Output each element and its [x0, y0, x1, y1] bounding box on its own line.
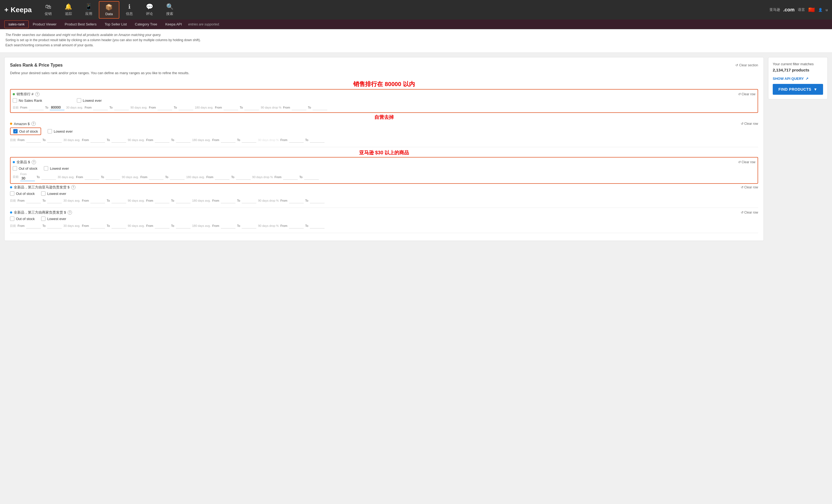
to-30-input-3[interactable]: [111, 198, 126, 203]
from-input-2[interactable]: [20, 176, 35, 181]
from-180-input-1[interactable]: [221, 137, 235, 143]
from-30-input-2[interactable]: [85, 174, 99, 180]
current-label-2: 目前: [13, 175, 19, 179]
period-90-label-1: 90 days avg.: [128, 138, 145, 141]
subnav-product-viewer[interactable]: Product Viewer: [29, 20, 61, 28]
subnav-keepa-api[interactable]: Keepa API: [161, 20, 186, 28]
sales-rank-help-icon[interactable]: ?: [35, 92, 40, 96]
sales-rank-clear-row-button[interactable]: ↺ Clear row: [738, 92, 755, 96]
nav-item-review[interactable]: 💬 评论: [139, 1, 160, 19]
subnav-product-finder[interactable]: sales-rank: [4, 20, 29, 28]
to-drop-input-0[interactable]: [313, 105, 327, 110]
to-90-input-2[interactable]: [170, 174, 185, 180]
from-90-input-4[interactable]: [155, 223, 170, 229]
user-icon[interactable]: 👤: [818, 8, 823, 12]
to-input-4[interactable]: [47, 223, 62, 229]
new-fba-help-icon[interactable]: ?: [71, 185, 76, 189]
to-input-2[interactable]: [42, 174, 56, 180]
nav-item-track[interactable]: 🔔 追踪: [58, 1, 78, 19]
out-of-stock-checkbox-4[interactable]: [10, 216, 14, 221]
lowest-ever-checkbox-0[interactable]: [77, 98, 81, 103]
to-180-input-4[interactable]: [242, 223, 256, 229]
nav-item-apps[interactable]: 📱 应用: [78, 1, 99, 19]
to-90-input-0[interactable]: [179, 105, 193, 110]
to-30-input-1[interactable]: [111, 137, 126, 143]
to-input-3[interactable]: [47, 198, 62, 203]
from-drop-input-0[interactable]: [292, 105, 306, 110]
nav-item-info[interactable]: ℹ 信息: [119, 1, 139, 19]
from-180-input-0[interactable]: [224, 105, 238, 110]
out-of-stock-checkbox-3[interactable]: [10, 191, 14, 196]
lowest-ever-checkbox-3[interactable]: [41, 191, 46, 196]
to-180-input-3[interactable]: [242, 198, 256, 203]
promo-icon: 🛍: [45, 3, 51, 10]
out-of-stock-checkbox-2[interactable]: [13, 166, 17, 170]
to-90-input-4[interactable]: [176, 223, 190, 229]
to-180-input-1[interactable]: [242, 137, 256, 143]
from-30-input-3[interactable]: [90, 198, 105, 203]
no-sales-rank-checkbox[interactable]: [13, 98, 17, 103]
lowest-ever-checkbox-1[interactable]: [48, 129, 52, 133]
from-drop-input-2[interactable]: [283, 174, 298, 180]
to-drop-input-1[interactable]: [310, 137, 324, 143]
section-header: Sales Rank & Price Types ↺ Clear section: [10, 63, 758, 68]
from-input-3[interactable]: [26, 198, 41, 203]
clear-section-button[interactable]: ↺ Clear section: [735, 63, 758, 67]
find-products-button[interactable]: FIND PRODUCTS ▼: [773, 84, 823, 95]
new-price-clear-row-button[interactable]: ↺ Clear row: [738, 160, 755, 164]
subnav-category-tree[interactable]: Category Tree: [131, 20, 161, 28]
from-drop-input-4[interactable]: [289, 223, 304, 229]
from-drop-input-3[interactable]: [289, 198, 304, 203]
to-30-input-4[interactable]: [111, 223, 126, 229]
from-30-input-0[interactable]: [93, 105, 108, 110]
subnav-top-seller-list[interactable]: Top Seller List: [101, 20, 131, 28]
to-drop-input-3[interactable]: [310, 198, 324, 203]
annotation-sales-rank: 销售排行在 80000 以内: [10, 80, 758, 88]
show-api-query-button[interactable]: SHOW API QUERY ↗: [773, 77, 823, 81]
out-of-stock-checkbox-1[interactable]: ✓: [13, 129, 18, 133]
new-fba-row-header: 全新品，第三方由亚马逊负责发货 $ ? ↺ Clear row: [10, 185, 758, 190]
nav-item-search[interactable]: 🔍 搜索: [160, 1, 180, 19]
lowest-ever-checkbox-4[interactable]: [41, 216, 46, 221]
to-90-input-3[interactable]: [176, 198, 190, 203]
to-input-1[interactable]: [47, 137, 62, 143]
subnav-best-sellers[interactable]: Product Best Sellers: [61, 20, 101, 28]
to-label-0: To: [45, 106, 48, 109]
new-fbm-clear-row-button[interactable]: ↺ Clear row: [741, 211, 758, 214]
filter-count: 2,134,717 products: [773, 68, 823, 72]
plus-icon: +: [4, 6, 8, 14]
new-price-help-icon[interactable]: ?: [32, 160, 36, 164]
from-input-0[interactable]: [29, 105, 44, 110]
section-description: Define your desired sales rank and/or pr…: [10, 71, 758, 75]
refresh-row-icon-4: ↺: [741, 211, 744, 214]
from-180-input-4[interactable]: [221, 223, 235, 229]
new-fba-clear-row-button[interactable]: ↺ Clear row: [741, 185, 758, 189]
to-30-input-0[interactable]: [114, 105, 129, 110]
from-30-input-1[interactable]: [90, 137, 105, 143]
from-180-input-2[interactable]: [215, 174, 230, 180]
to-input-0[interactable]: [50, 105, 64, 110]
from-drop-input-1[interactable]: [289, 137, 304, 143]
new-fbm-help-icon[interactable]: ?: [68, 210, 72, 215]
apps-icon: 📱: [85, 3, 92, 10]
from-90-input-2[interactable]: [149, 174, 163, 180]
nav-item-data[interactable]: 📦 Data: [99, 1, 119, 19]
amazon-help-icon[interactable]: ?: [31, 122, 36, 126]
to-90-input-1[interactable]: [176, 137, 190, 143]
from-90-input-1[interactable]: [155, 137, 170, 143]
from-90-input-3[interactable]: [155, 198, 170, 203]
from-30-input-4[interactable]: [90, 223, 105, 229]
from-180-input-3[interactable]: [221, 198, 235, 203]
from-90-input-0[interactable]: [158, 105, 172, 110]
from-input-1[interactable]: [26, 137, 41, 143]
from-input-4[interactable]: [26, 223, 41, 229]
nav-item-promo[interactable]: 🛍 促销: [38, 1, 58, 19]
to-180-input-0[interactable]: [244, 105, 259, 110]
amazon-clear-row-button[interactable]: ↺ Clear row: [741, 122, 758, 126]
search-nav-icon: 🔍: [166, 3, 174, 10]
to-drop-input-2[interactable]: [304, 174, 319, 180]
to-180-input-2[interactable]: [236, 174, 251, 180]
to-drop-input-4[interactable]: [310, 223, 324, 229]
to-30-input-2[interactable]: [106, 174, 120, 180]
lowest-ever-checkbox-2[interactable]: [44, 166, 48, 170]
